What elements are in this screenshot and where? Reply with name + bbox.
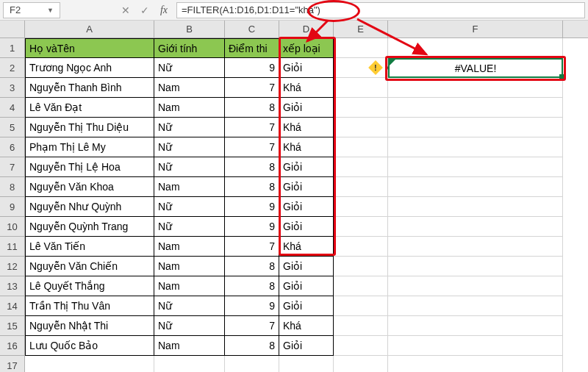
row-header-1[interactable]: 1 <box>0 38 25 58</box>
name-box[interactable]: F2 ▼ <box>3 2 60 18</box>
cell-B15[interactable]: Nữ <box>154 316 225 336</box>
cell-D13[interactable]: Giỏi <box>279 276 334 296</box>
cell-F7[interactable] <box>388 157 563 177</box>
col-header-D[interactable]: D <box>279 21 334 37</box>
cell-C2[interactable]: 9 <box>225 58 279 78</box>
row-header-14[interactable]: 14 <box>0 296 25 316</box>
cell-B13[interactable]: Nam <box>154 276 225 296</box>
row-header-3[interactable]: 3 <box>0 78 25 98</box>
cell-D17[interactable] <box>279 356 334 372</box>
cell-B17[interactable] <box>154 356 225 372</box>
cell-D9[interactable]: Giỏi <box>279 197 334 217</box>
cell-D16[interactable]: Giỏi <box>279 336 334 356</box>
cell-F3[interactable] <box>388 78 563 98</box>
cell-D2[interactable]: Giỏi <box>279 58 334 78</box>
cell-C7[interactable]: 8 <box>225 157 279 177</box>
cell-D11[interactable]: Khá <box>279 237 334 257</box>
cell-F12[interactable] <box>388 257 563 276</box>
row-header-9[interactable]: 9 <box>0 197 25 217</box>
cell-C15[interactable]: 7 <box>225 316 279 336</box>
cell-C17[interactable] <box>225 356 279 372</box>
cell-E8[interactable] <box>334 177 388 197</box>
select-all-corner[interactable] <box>0 21 25 37</box>
cell-A14[interactable]: Trần Thị Thu Vân <box>25 296 154 316</box>
row-header-2[interactable]: 2 <box>0 58 25 78</box>
col-header-E[interactable]: E <box>334 21 388 37</box>
cell-C12[interactable]: 8 <box>225 257 279 276</box>
cell-A9[interactable]: Nguyễn Như Quỳnh <box>25 197 154 217</box>
cell-C4[interactable]: 8 <box>225 98 279 118</box>
cell-A6[interactable]: Phạm Thị Lê My <box>25 137 154 157</box>
cell-F9[interactable] <box>388 197 563 217</box>
cell-C14[interactable]: 9 <box>225 296 279 316</box>
cell-C16[interactable]: 8 <box>225 336 279 356</box>
row-header-4[interactable]: 4 <box>0 98 25 118</box>
cell-E10[interactable] <box>334 217 388 237</box>
cell-F5[interactable] <box>388 118 563 137</box>
cell-A17[interactable] <box>25 356 154 372</box>
cell-A2[interactable]: Trương Ngọc Anh <box>25 58 154 78</box>
cell-D6[interactable]: Khá <box>279 137 334 157</box>
cell-A5[interactable]: Nguyễn Thị Thu Diệu <box>25 118 154 137</box>
cell-F14[interactable] <box>388 296 563 316</box>
cell-E1[interactable] <box>334 38 388 58</box>
col-header-A[interactable]: A <box>25 21 154 37</box>
cell-B8[interactable]: Nam <box>154 177 225 197</box>
cell-C8[interactable]: 8 <box>225 177 279 197</box>
cell-C3[interactable]: 7 <box>225 78 279 98</box>
cell-D14[interactable]: Giỏi <box>279 296 334 316</box>
cell-A10[interactable]: Nguyễn Quỳnh Trang <box>25 217 154 237</box>
cell-C11[interactable]: 7 <box>225 237 279 257</box>
cell-E13[interactable] <box>334 276 388 296</box>
cell-F4[interactable] <box>388 98 563 118</box>
cell-C13[interactable]: 8 <box>225 276 279 296</box>
cell-B3[interactable]: Nam <box>154 78 225 98</box>
cell-D3[interactable]: Khá <box>279 78 334 98</box>
cell-C5[interactable]: 7 <box>225 118 279 137</box>
cell-B12[interactable]: Nam <box>154 257 225 276</box>
cell-B2[interactable]: Nữ <box>154 58 225 78</box>
cell-C10[interactable]: 9 <box>225 217 279 237</box>
row-header-10[interactable]: 10 <box>0 217 25 237</box>
row-header-12[interactable]: 12 <box>0 257 25 276</box>
cell-D8[interactable]: Giỏi <box>279 177 334 197</box>
row-header-16[interactable]: 16 <box>0 336 25 356</box>
formula-input[interactable]: =FILTER(A1:D16,D1:D11="khá") <box>176 2 585 18</box>
row-header-17[interactable]: 17 <box>0 356 25 372</box>
fill-handle[interactable] <box>559 74 564 79</box>
cell-B6[interactable]: Nữ <box>154 137 225 157</box>
cell-E3[interactable] <box>334 78 388 98</box>
cell-E7[interactable] <box>334 157 388 177</box>
cell-E14[interactable] <box>334 296 388 316</box>
cell-A1[interactable]: Họ vàTên <box>25 38 154 58</box>
cell-F15[interactable] <box>388 316 563 336</box>
row-header-13[interactable]: 13 <box>0 276 25 296</box>
cell-A4[interactable]: Lê Văn Đạt <box>25 98 154 118</box>
cell-B11[interactable]: Nam <box>154 237 225 257</box>
cell-D1[interactable]: xếp loại <box>279 38 334 58</box>
cell-A15[interactable]: Nguyễn Nhật Thi <box>25 316 154 336</box>
error-smart-tag[interactable]: ! <box>368 60 384 75</box>
cell-E15[interactable] <box>334 316 388 336</box>
cell-B10[interactable]: Nữ <box>154 217 225 237</box>
cell-B16[interactable]: Nam <box>154 336 225 356</box>
cell-B14[interactable]: Nữ <box>154 296 225 316</box>
cell-B9[interactable]: Nữ <box>154 197 225 217</box>
cell-D10[interactable]: Giỏi <box>279 217 334 237</box>
row-header-15[interactable]: 15 <box>0 316 25 336</box>
cell-A7[interactable]: Nguyễn Thị Lệ Hoa <box>25 157 154 177</box>
accept-formula-icon[interactable]: ✓ <box>135 2 154 18</box>
row-header-11[interactable]: 11 <box>0 237 25 257</box>
cell-A13[interactable]: Lê Quyết Thắng <box>25 276 154 296</box>
cell-A12[interactable]: Nguyễn Văn Chiến <box>25 257 154 276</box>
cell-F6[interactable] <box>388 137 563 157</box>
cell-E16[interactable] <box>334 336 388 356</box>
cell-D15[interactable]: Khá <box>279 316 334 336</box>
cell-B5[interactable]: Nữ <box>154 118 225 137</box>
selected-cell-F2[interactable]: #VALUE! <box>388 58 563 78</box>
cell-C6[interactable]: 7 <box>225 137 279 157</box>
cell-A3[interactable]: Nguyễn Thanh Bình <box>25 78 154 98</box>
cell-B7[interactable]: Nữ <box>154 157 225 177</box>
cell-E12[interactable] <box>334 257 388 276</box>
col-header-C[interactable]: C <box>225 21 279 37</box>
